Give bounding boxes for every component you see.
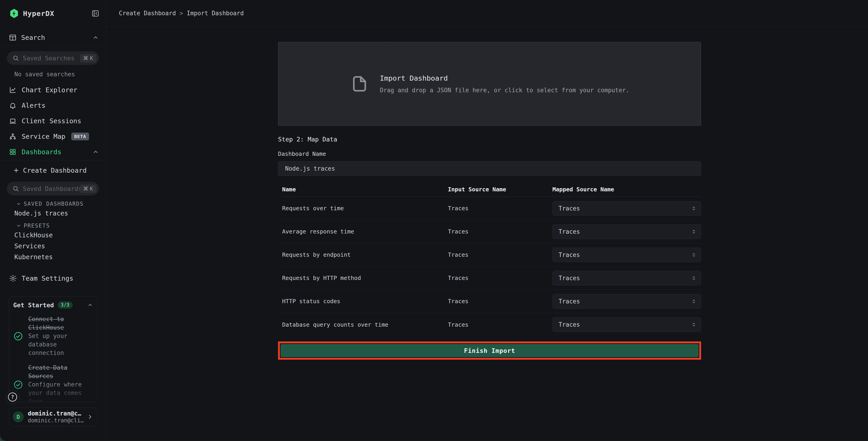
finish-import-button[interactable]: Finish Import	[281, 344, 699, 357]
task-text: Connect to ClickHouse Set up your databa…	[28, 315, 93, 357]
select-caret-icon	[691, 322, 697, 328]
create-dashboard-label: Create Dashboard	[23, 167, 87, 174]
group-presets[interactable]: PRESETS	[16, 222, 106, 230]
get-started-task-connect[interactable]: Connect to ClickHouse Set up your databa…	[13, 315, 93, 357]
dropzone-title: Import Dashboard	[380, 74, 629, 82]
collapse-sidebar-icon[interactable]	[91, 9, 99, 18]
dropzone-texts: Import Dashboard Drag and drop a JSON fi…	[380, 74, 629, 94]
gear-icon	[9, 274, 17, 283]
sidebar-header: HyperDX	[0, 0, 106, 19]
saved-dashboards-placeholder: Saved Dashboards	[23, 185, 80, 192]
select-caret-icon	[691, 252, 697, 258]
chevron-up-icon	[92, 149, 99, 155]
main-area: Create Dashboard > Import Dashboard Impo…	[106, 0, 868, 441]
sidebar-item-chart-explorer[interactable]: Chart Explorer	[0, 82, 106, 98]
table-row: Requests by HTTP method Traces Traces	[278, 266, 701, 290]
user-account-button[interactable]: D dominic.tran@c… dominic.tran@cli…	[9, 408, 97, 426]
dashboard-link-nodejs-traces[interactable]: Node.js traces	[0, 208, 106, 219]
user-texts: dominic.tran@c… dominic.tran@cli…	[28, 410, 87, 424]
import-content: Import Dashboard Drag and drop a JSON fi…	[278, 42, 701, 360]
breadcrumb-import-dashboard[interactable]: Import Dashboard	[187, 10, 244, 17]
sidebar-item-dashboards[interactable]: Dashboards	[0, 144, 106, 160]
breadcrumb-create-dashboard[interactable]: Create Dashboard	[119, 10, 176, 17]
column-header-input-source: Input Source Name	[448, 186, 552, 193]
chart-explorer-icon	[9, 86, 17, 94]
select-caret-icon	[691, 229, 697, 235]
row-name: Requests over time	[278, 205, 448, 212]
mapped-source-select[interactable]: Traces	[552, 271, 701, 286]
selected-value: Traces	[559, 252, 691, 258]
get-started-progress-badge: 3/3	[58, 301, 73, 308]
selected-value: Traces	[559, 275, 691, 282]
get-started-task-sources[interactable]: Create Data Sources Configure where your…	[13, 363, 93, 402]
help-button[interactable]: ?	[5, 390, 20, 404]
dropzone-subtitle: Drag and drop a JSON file here, or click…	[380, 87, 629, 94]
laptop-icon	[9, 117, 17, 125]
sidebar-item-alerts[interactable]: Alerts	[0, 98, 106, 113]
saved-dashboards-input[interactable]: Saved Dashboards ⌘ K	[7, 182, 99, 196]
mapped-source-select[interactable]: Traces	[552, 201, 701, 216]
group-label: PRESETS	[24, 223, 50, 229]
team-settings-button[interactable]: Team Settings	[0, 272, 106, 284]
shortcut-badge: ⌘ K	[80, 54, 96, 62]
row-input-source: Traces	[448, 298, 552, 304]
mapped-source-select[interactable]: Traces	[552, 247, 701, 262]
chevron-right-icon	[87, 414, 93, 420]
preset-link-kubernetes[interactable]: Kubernetes	[0, 252, 106, 262]
json-dropzone[interactable]: Import Dashboard Drag and drop a JSON fi…	[278, 42, 701, 126]
row-input-source: Traces	[448, 252, 552, 258]
help-icon: ?	[8, 392, 17, 402]
mapped-source-select[interactable]: Traces	[552, 317, 701, 332]
check-circle-icon	[13, 331, 23, 341]
task-title: Create Data Sources	[28, 363, 93, 380]
task-title: Connect to ClickHouse	[28, 315, 93, 332]
sidebar-item-label: Dashboards	[22, 148, 61, 156]
search-section-label: Search	[21, 34, 45, 41]
row-name: Database query counts over time	[278, 321, 448, 328]
sidebar-section-search[interactable]: Search	[0, 32, 106, 43]
sidebar-item-client-sessions[interactable]: Client Sessions	[0, 113, 106, 129]
app-window: HyperDX Search	[0, 0, 868, 441]
sidebar-item-label: Alerts	[22, 101, 45, 109]
group-saved-dashboards[interactable]: SAVED DASHBOARDS	[16, 200, 106, 208]
highlight-annotation: Finish Import	[278, 342, 701, 360]
select-caret-icon	[691, 298, 697, 304]
service-map-icon	[9, 133, 17, 140]
create-dashboard-button[interactable]: Create Dashboard	[0, 164, 106, 177]
search-section-icon	[9, 34, 17, 41]
app-title: HyperDX	[23, 9, 55, 18]
selected-value: Traces	[559, 298, 691, 305]
dashboards-icon	[9, 148, 17, 156]
sidebar: HyperDX Search	[0, 0, 106, 441]
sidebar-item-service-map[interactable]: Service Map BETA	[0, 129, 106, 144]
row-input-source: Traces	[448, 205, 552, 212]
get-started-panel: Get Started 3/3 Connect to ClickHouse Se…	[9, 296, 97, 402]
column-header-mapped-source: Mapped Source Name	[552, 186, 701, 193]
preset-link-clickhouse[interactable]: ClickHouse	[0, 230, 106, 240]
dashboard-name-input[interactable]	[278, 161, 701, 176]
file-icon	[350, 74, 369, 94]
shortcut-badge: ⌘ K	[80, 184, 96, 193]
beta-badge: BETA	[71, 133, 89, 140]
get-started-header[interactable]: Get Started 3/3	[13, 301, 93, 308]
avatar: D	[13, 411, 24, 422]
chevron-up-icon	[92, 34, 99, 41]
preset-link-services[interactable]: Services	[0, 240, 106, 252]
table-row: Requests by endpoint Traces Traces	[278, 243, 701, 266]
selected-value: Traces	[559, 205, 691, 212]
divider	[0, 46, 106, 46]
divider	[0, 160, 106, 160]
team-settings-label: Team Settings	[22, 274, 73, 282]
user-name: dominic.tran@c…	[28, 410, 87, 417]
mapping-table: Name Input Source Name Mapped Source Nam…	[278, 182, 701, 336]
finish-import-label: Finish Import	[464, 347, 515, 354]
mapped-source-select[interactable]: Traces	[552, 224, 701, 239]
saved-searches-input[interactable]: Saved Searches ⌘ K	[7, 51, 99, 65]
table-row: Average response time Traces Traces	[278, 220, 701, 243]
select-caret-icon	[691, 275, 697, 281]
chevron-down-icon	[16, 223, 22, 229]
sidebar-item-label: Client Sessions	[22, 117, 81, 125]
mapped-source-select[interactable]: Traces	[552, 294, 701, 308]
select-caret-icon	[691, 205, 697, 211]
sidebar-item-label: Chart Explorer	[22, 86, 77, 94]
